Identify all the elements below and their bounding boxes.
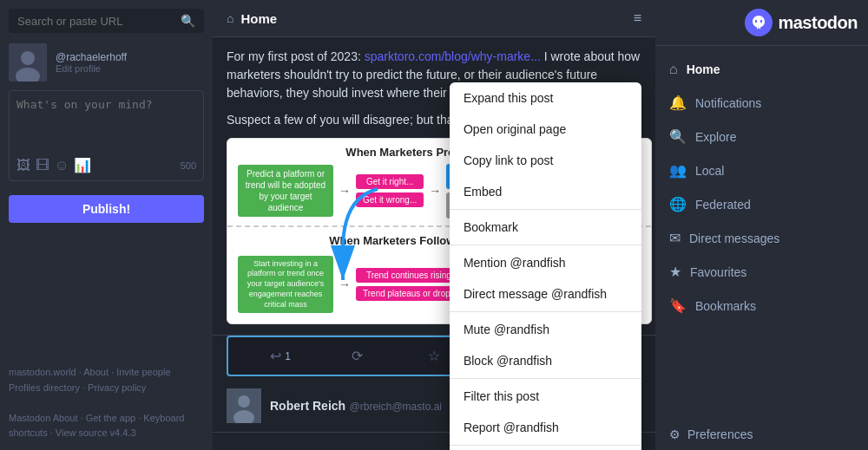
footer-links-1: mastodon.world · About · Invite people [9, 365, 204, 381]
nav-explore-label: Explore [695, 130, 736, 144]
search-icon: 🔍 [181, 14, 195, 28]
nav-favourites-label: Favourites [690, 265, 746, 279]
mastodon-icon [745, 9, 773, 36]
reply-icon: ↩ [270, 348, 281, 364]
menu-item-dm[interactable]: Direct message @randfish [450, 278, 641, 310]
compose-box: 🖼 🎞 ☺ 📊 500 [9, 90, 204, 181]
menu-item-mute[interactable]: Mute @randfish [450, 314, 641, 345]
footer-links-4: shortcuts · View source v4.4.3 [9, 426, 204, 441]
svg-point-1 [21, 51, 35, 65]
nav-federated-icon: 🌐 [669, 196, 687, 212]
search-input[interactable] [17, 15, 181, 28]
ig-green-box-2: Start investing in a platform or trend o… [238, 256, 333, 313]
menu-item-original[interactable]: Open original page [450, 114, 641, 145]
publish-button[interactable]: Publish! [9, 195, 204, 223]
menu-item-block[interactable]: Block @randfish [450, 345, 641, 376]
nav-item-local[interactable]: 👥 Local [655, 153, 868, 187]
arrow-icon-3: → [339, 277, 351, 291]
infographic-watermark: ⊡ [233, 144, 253, 160]
nav-favourites-icon: ★ [669, 264, 681, 280]
next-post-name: Robert Reich [270, 399, 345, 413]
emoji-icon[interactable]: ☺ [55, 158, 69, 173]
menu-divider-4 [450, 378, 641, 379]
nav-local-icon: 👥 [669, 162, 687, 179]
menu-divider-5 [450, 445, 641, 446]
profile-handle: @rachaelerhoff [56, 51, 127, 63]
nav-item-dm[interactable]: ✉ Direct messages [655, 221, 868, 255]
nav-item-federated[interactable]: 🌐 Federated [655, 187, 868, 221]
context-menu: Expand this post Open original page Copy… [450, 82, 641, 450]
menu-divider-2 [450, 245, 641, 245]
settings-icon[interactable]: ≡ [634, 10, 641, 26]
preferences-icon: ⚙ [669, 427, 681, 441]
nav-item-bookmarks[interactable]: 🔖 Bookmarks [655, 289, 868, 323]
right-nav: ⌂ Home 🔔 Notifications 🔍 Explore 👥 Local… [655, 46, 868, 419]
nav-item-explore[interactable]: 🔍 Explore [655, 120, 868, 153]
left-sidebar: 🔍 @rachaelerhoff Edit profile 🖼 🎞 ☺ 📊 50… [0, 0, 213, 450]
profile-section: @rachaelerhoff Edit profile [9, 43, 204, 82]
menu-item-filter[interactable]: Filter this post [450, 381, 641, 412]
mastodon-logo: mastodon [745, 9, 858, 36]
right-sidebar: mastodon ⌂ Home 🔔 Notifications 🔍 Explor… [655, 0, 868, 450]
next-post-info: Robert Reich @rbreich@masto.ai [270, 398, 442, 414]
svg-point-5 [238, 395, 250, 408]
column-title: Home [240, 11, 626, 26]
ig-right-box-1: Get it right... [356, 174, 424, 189]
poll-icon[interactable]: 📊 [74, 157, 91, 173]
mastodon-header: mastodon [655, 0, 868, 46]
reply-count: 1 [285, 350, 291, 362]
arrow-icon-1: → [339, 184, 351, 198]
preferences-label: Preferences [687, 427, 753, 441]
ig-branch: Get it right... Get it wrong... [356, 174, 424, 207]
menu-item-report[interactable]: Report @randfish [450, 412, 641, 443]
post-link[interactable]: sparktoro.com/blog/why-marke... [365, 49, 541, 63]
main-content: ⌂ Home ≡ For my first post of 2023: spar… [213, 0, 655, 450]
nav-item-home[interactable]: ⌂ Home [655, 53, 868, 86]
compose-input[interactable] [16, 98, 196, 150]
arrow-icon-2: → [429, 184, 441, 198]
boost-icon: ⟳ [352, 348, 363, 364]
sidebar-footer: mastodon.world · About · Invite people P… [9, 365, 204, 441]
ig-green-box: Predict a platform or trend will be adop… [238, 165, 333, 217]
nav-home-icon: ⌂ [669, 62, 678, 77]
menu-item-embed[interactable]: Embed [450, 176, 641, 207]
profile-info: @rachaelerhoff Edit profile [56, 51, 127, 74]
image-icon[interactable]: 🖼 [16, 158, 30, 173]
mastodon-logo-text: mastodon [778, 13, 858, 33]
nav-bookmarks-label: Bookmarks [695, 299, 756, 313]
nav-federated-label: Federated [695, 198, 751, 212]
reply-button[interactable]: ↩ 1 [242, 344, 319, 368]
compose-toolbar: 🖼 🎞 ☺ 📊 500 [16, 157, 196, 173]
footer-links-2: Profiles directory · Privacy policy [9, 381, 204, 396]
star-icon: ☆ [428, 348, 440, 364]
char-count: 500 [181, 160, 196, 171]
boost-button[interactable]: ⟳ [319, 344, 395, 368]
nav-item-notifications[interactable]: 🔔 Notifications [655, 86, 868, 120]
nav-explore-icon: 🔍 [669, 128, 687, 145]
menu-divider-3 [450, 311, 641, 312]
nav-home-label: Home [687, 62, 720, 76]
nav-notifications-icon: 🔔 [669, 95, 687, 111]
nav-dm-label: Direct messages [689, 232, 779, 245]
nav-dm-icon: ✉ [669, 230, 681, 246]
avatar [9, 43, 47, 82]
preferences-item[interactable]: ⚙ Preferences [655, 419, 868, 450]
nav-notifications-label: Notifications [695, 96, 761, 110]
nav-bookmarks-icon: 🔖 [669, 297, 687, 314]
menu-item-bookmark[interactable]: Bookmark [450, 212, 641, 243]
profile-edit-link[interactable]: Edit profile [56, 63, 127, 74]
menu-item-expand[interactable]: Expand this post [450, 82, 641, 114]
menu-item-mention[interactable]: Mention @randfish [450, 247, 641, 278]
home-icon: ⌂ [227, 11, 233, 25]
menu-divider-1 [450, 209, 641, 210]
column-header: ⌂ Home ≡ [213, 0, 655, 37]
gif-icon[interactable]: 🎞 [36, 158, 49, 173]
search-bar[interactable]: 🔍 [9, 9, 204, 33]
nav-item-favourites[interactable]: ★ Favourites [655, 255, 868, 289]
menu-item-copy-link[interactable]: Copy link to post [450, 145, 641, 176]
next-post-avatar [227, 388, 261, 423]
ig-right-box-2: Get it wrong... [356, 192, 424, 207]
footer-links-3: Mastodon About · Get the app · Keyboard [9, 411, 204, 427]
next-post-handle: @rbreich@masto.ai [350, 401, 442, 413]
nav-local-label: Local [695, 164, 724, 178]
